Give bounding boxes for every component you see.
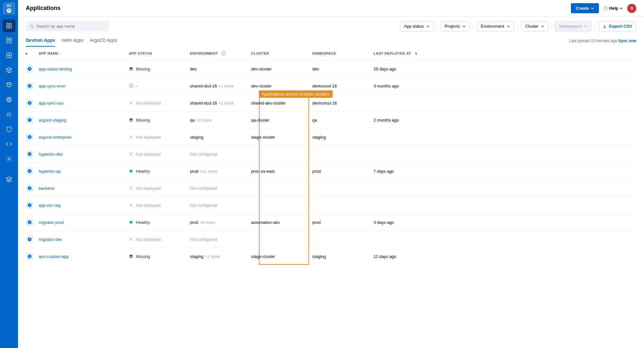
app-namespace: prod	[312, 220, 374, 225]
nav-code-icon[interactable]	[3, 138, 15, 151]
separator	[517, 23, 518, 30]
table-row[interactable]: app-ecr-regNot deployedNot configured	[26, 197, 636, 214]
nav-applications[interactable]	[3, 19, 15, 32]
page-title: Applications	[26, 5, 61, 12]
status-icon	[129, 254, 133, 259]
svg-rect-2	[7, 26, 9, 28]
filter-environment[interactable]: Environment	[477, 21, 514, 31]
status-icon	[129, 152, 133, 156]
app-cluster: shared-aks-cluster	[251, 101, 312, 105]
search-input[interactable]	[36, 24, 106, 29]
logo[interactable]: ST ⟳	[3, 3, 15, 14]
applications-table: Applications across multiple clusters ▸ …	[18, 47, 644, 265]
tab-helm-apps[interactable]: Helm Apps	[62, 35, 83, 47]
nav-apps-grid[interactable]	[3, 49, 15, 62]
app-environment: prod+4 more	[190, 220, 251, 225]
table-row[interactable]: hyperion-qaHealthyprod+11 moreprod-us-ea…	[26, 162, 636, 179]
table-header: ▸ APP NAME↓ APP STATUS ENVIRONMENT ? CLU…	[26, 47, 636, 60]
app-name-link[interactable]: app-sync-cron	[39, 84, 129, 88]
app-name-link[interactable]: argocd-staging	[39, 118, 129, 123]
app-icon	[26, 184, 33, 192]
app-environment: Not configured	[190, 237, 251, 242]
export-csv-button[interactable]: Export CSV	[598, 21, 636, 31]
nav-cube-icon[interactable]	[3, 78, 15, 91]
app-cluster: dev-cluster	[251, 84, 312, 88]
tab-argocd-apps[interactable]: ArgoCD Apps	[90, 35, 117, 47]
app-name-link[interactable]: argocd-enterprise	[39, 135, 129, 140]
status-icon	[129, 101, 133, 105]
table-row[interactable]: app-status-testingMissingdevdev-clusterd…	[26, 60, 636, 77]
app-name-link[interactable]: migrator-dev	[39, 237, 129, 242]
app-name-link[interactable]: hyperion-qa	[39, 169, 129, 174]
app-cluster: stage-cluster	[251, 254, 312, 259]
filter-cluster[interactable]: Cluster	[521, 21, 548, 31]
filter-projects[interactable]: Projects	[440, 21, 470, 31]
app-icon	[26, 133, 33, 141]
app-status: -	[129, 84, 190, 88]
app-namespace: prod	[312, 169, 374, 174]
app-deployed: 2 months ago	[374, 118, 636, 123]
table-row[interactable]: migrator-devNot deployedNot configured	[26, 231, 636, 248]
info-icon[interactable]: ?	[222, 51, 226, 56]
svg-point-13	[9, 99, 9, 100]
tab-devtron-apps[interactable]: Devtron Apps	[26, 35, 55, 47]
separator	[595, 23, 595, 30]
app-deployed: 3 months ago	[374, 84, 636, 88]
col-last-deployed[interactable]: LAST DEPLOYED AT ⇅	[374, 51, 636, 56]
status-icon	[129, 220, 133, 224]
app-name-link[interactable]: app-ecr-reg	[39, 203, 129, 208]
table-row[interactable]: backendNot deployedNot configured	[26, 179, 636, 197]
app-name-link[interactable]: backend	[39, 186, 129, 191]
table-row[interactable]: hyperion-devNot deployedNot configured	[26, 145, 636, 162]
app-name-link[interactable]: migrator-prod	[39, 220, 129, 225]
status-icon	[129, 186, 133, 190]
app-name-link[interactable]: hyperion-dev	[39, 152, 129, 157]
app-environment: shared-dcd-16+1 more	[190, 101, 251, 105]
table-row[interactable]: migrator-prodHealthyprod+4 moreautomatio…	[26, 214, 636, 231]
app-name-link[interactable]: app-status-testing	[39, 67, 129, 71]
table-row[interactable]: argocd-stagingMissingqa+2 moreqa-cluster…	[26, 111, 636, 128]
callout-annotation: Applications across multiple clusters	[259, 90, 333, 98]
search-box[interactable]	[26, 21, 109, 31]
svg-line-17	[7, 113, 7, 113]
tabs-row: Devtron Apps Helm Apps ArgoCD Apps Last …	[18, 31, 644, 47]
nav-stack-icon[interactable]	[3, 173, 15, 186]
logo-text: ST	[7, 4, 11, 8]
table-row[interactable]: argocd-enterpriseNot deployedstagingstag…	[26, 128, 636, 145]
filter-namespace: Namespace	[555, 21, 592, 31]
status-icon	[129, 135, 133, 139]
app-name-link[interactable]: app-sync-oss	[39, 101, 129, 105]
avatar[interactable]: S	[627, 4, 636, 13]
status-icon	[129, 237, 133, 242]
app-status: Not deployed	[129, 152, 190, 157]
help-button[interactable]: ? Help	[603, 6, 623, 11]
nav-gear-icon[interactable]	[3, 152, 15, 165]
app-icon	[26, 99, 33, 107]
expand-all-toggle[interactable]: ▸	[26, 51, 39, 56]
app-status: Missing	[129, 118, 190, 123]
chevron-down-icon	[584, 25, 587, 28]
app-environment: dev	[190, 67, 251, 71]
app-namespace: dev	[312, 67, 374, 71]
svg-point-11	[7, 97, 12, 102]
app-status: Not deployed	[129, 135, 190, 140]
app-icon	[26, 116, 33, 124]
svg-line-22	[11, 113, 11, 113]
col-app-name[interactable]: APP NAME↓	[39, 51, 129, 56]
sync-now-link[interactable]: Sync now	[618, 39, 636, 43]
filter-app-status[interactable]: App status	[400, 21, 434, 31]
app-icon	[26, 65, 33, 73]
download-icon	[602, 24, 607, 29]
nav-charts[interactable]	[3, 34, 15, 47]
filters: App status Projects Environment Cluster …	[400, 21, 636, 31]
nav-target-icon[interactable]	[3, 93, 15, 106]
nav-shield-icon[interactable]	[3, 123, 15, 136]
app-environment: Not configured	[190, 186, 251, 191]
app-cluster: qa-cluster	[251, 118, 312, 123]
nav-box-icon[interactable]	[3, 64, 15, 77]
app-name-link[interactable]: asu-custom-app	[39, 254, 129, 259]
logo-badge-icon: ⟳	[7, 8, 11, 13]
table-row[interactable]: asu-custom-appMissingstaging+1 morestage…	[26, 248, 636, 265]
nav-bug-icon[interactable]	[3, 108, 15, 121]
create-button[interactable]: Create	[571, 3, 599, 13]
